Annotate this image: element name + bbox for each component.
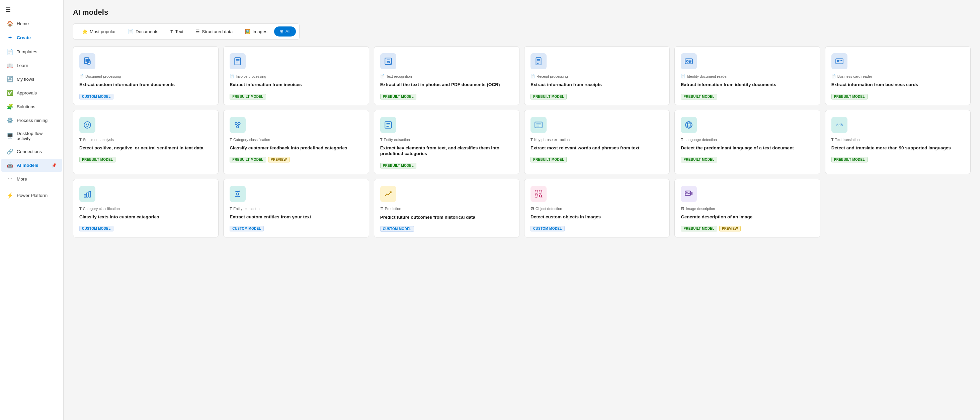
svg-rect-52: [84, 195, 86, 197]
card-category-classification-custom[interactable]: T Category classification Classify texts…: [73, 179, 218, 238]
card-type: T Entity extraction: [230, 207, 363, 211]
sidebar-item-create[interactable]: + Create: [2, 31, 62, 45]
type-icon: T: [380, 138, 383, 142]
svg-point-32: [235, 122, 238, 125]
sidebar-label-create: Create: [17, 35, 31, 40]
tab-documents[interactable]: 📄 Documents: [123, 26, 164, 37]
svg-rect-25: [836, 59, 843, 64]
sidebar-item-approvals[interactable]: ✅ Approvals: [2, 86, 62, 99]
type-icon: 🖼: [681, 207, 684, 211]
type-icon: T: [80, 207, 82, 211]
card-title: Classify customer feedback into predefin…: [230, 145, 363, 151]
card-business-card-reader[interactable]: 📄 Business card reader Extract informati…: [825, 46, 970, 105]
sidebar-item-templates[interactable]: 📄 Templates: [2, 45, 62, 58]
tab-structured-data[interactable]: ☰ Structured data: [190, 26, 238, 37]
card-type: 📄 Document processing: [80, 74, 212, 78]
sidebar-label-solutions: Solutions: [17, 104, 35, 109]
card-title: Extract information from business cards: [831, 82, 964, 88]
desktop-flow-icon: 🖥️: [7, 133, 13, 139]
badge-row: PREBUILT MODEL: [380, 163, 513, 168]
ai-models-icon: 🤖: [7, 162, 13, 168]
type-icon: 🖼: [530, 207, 534, 211]
card-icon: [230, 53, 246, 69]
home-icon: 🏠: [7, 21, 13, 27]
card-title: Detect positive, negative, or neutral se…: [80, 145, 212, 151]
card-type: T Key phrase extraction: [530, 138, 663, 142]
svg-point-21: [686, 60, 688, 62]
card-category-classification[interactable]: T Category classification Classify custo…: [223, 110, 369, 174]
card-sentiment-analysis[interactable]: T Sentiment analysis Detect positive, ne…: [73, 110, 218, 174]
card-text-recognition[interactable]: 📄 Text recognition Extract all the text …: [374, 46, 519, 105]
tab-all[interactable]: ⊞ All: [274, 26, 296, 37]
sidebar-item-more[interactable]: ··· More: [2, 172, 62, 185]
type-icon: 📄: [380, 74, 385, 78]
card-icon: [831, 53, 848, 69]
svg-point-29: [84, 121, 91, 128]
card-icon: [380, 186, 396, 202]
sidebar-item-desktop-flow-activity[interactable]: 🖥️ Desktop flow activity: [2, 128, 62, 144]
type-icon: T: [681, 138, 683, 142]
card-invoice-processing[interactable]: 📄 Invoice processing Extract information…: [223, 46, 369, 105]
hamburger-menu[interactable]: ☰: [0, 3, 63, 17]
tab-images[interactable]: 🖼️ Images: [239, 26, 272, 37]
card-type: 📄 Business card reader: [831, 74, 964, 78]
svg-rect-56: [535, 190, 538, 193]
badge-prebuilt: PREBUILT MODEL: [681, 157, 717, 163]
card-type: ☰ Prediction: [380, 207, 513, 211]
sidebar-item-process-mining[interactable]: ⚙️ Process mining: [2, 114, 62, 127]
card-title: Detect the predominant language of a tex…: [681, 145, 814, 151]
card-object-detection[interactable]: 🖼 Object detection Detect custom objects…: [524, 179, 670, 238]
badge-row: PREBUILT MODEL: [230, 94, 363, 99]
card-title: Extract information from receipts: [530, 82, 663, 88]
svg-rect-58: [535, 195, 538, 197]
card-title: Detect custom objects in images: [530, 214, 663, 220]
sidebar-item-solutions[interactable]: 🧩 Solutions: [2, 100, 62, 113]
sidebar-item-learn[interactable]: 📖 Learn: [2, 59, 62, 72]
card-entity-extraction-custom[interactable]: T Entity extraction Extract custom entit…: [223, 179, 369, 238]
card-type: 📄 Text recognition: [380, 74, 513, 78]
card-prediction[interactable]: ☰ Prediction Predict future outcomes fro…: [374, 179, 519, 238]
badge-row: PREBUILT MODEL: [530, 157, 663, 163]
card-receipt-processing[interactable]: 📄 Receipt processing Extract information…: [524, 46, 670, 105]
card-entity-extraction[interactable]: T Entity extraction Extract key elements…: [374, 110, 519, 174]
sidebar-label-approvals: Approvals: [17, 90, 37, 96]
sidebar-item-ai-models[interactable]: 🤖 AI models 📌: [2, 159, 62, 172]
power-platform-icon: ⚡: [7, 192, 13, 199]
card-icon: [80, 53, 95, 69]
card-type: T Category classification: [230, 138, 363, 142]
tab-most-popular[interactable]: ⭐ Most popular: [76, 26, 121, 37]
page-title: AI models: [73, 8, 970, 17]
card-icon: [530, 53, 547, 69]
card-identity-doc-reader[interactable]: 📄 Identity document reader Extract infor…: [675, 46, 820, 105]
card-icon: [530, 186, 547, 202]
badge-row: PREBUILT MODEL: [681, 157, 814, 163]
sidebar-label-home: Home: [17, 21, 29, 26]
card-image-description[interactable]: 🖼 Image description Generate description…: [675, 179, 820, 238]
tab-text[interactable]: T Text: [165, 27, 189, 37]
sidebar-item-connections[interactable]: 🔗 Connections: [2, 145, 62, 158]
card-language-detection[interactable]: T Language detection Detect the predomin…: [675, 110, 820, 174]
learn-icon: 📖: [7, 62, 13, 69]
sidebar-item-my-flows[interactable]: 🔄 My flows: [2, 73, 62, 86]
images-tab-icon: 🖼️: [245, 29, 250, 34]
type-icon: 📄: [831, 74, 836, 78]
card-doc-processing[interactable]: 📄 Document processing Extract custom inf…: [73, 46, 218, 105]
connections-icon: 🔗: [7, 149, 13, 155]
svg-line-36: [238, 124, 239, 125]
type-icon: T: [230, 138, 232, 142]
card-title: Extract information from identity docume…: [681, 82, 814, 88]
svg-rect-53: [86, 193, 88, 197]
more-icon: ···: [7, 176, 13, 182]
sidebar-item-home[interactable]: 🏠 Home: [2, 17, 62, 30]
sidebar-divider: [3, 187, 60, 187]
cards-grid: 📄 Document processing Extract custom inf…: [73, 46, 970, 238]
svg-point-34: [237, 126, 239, 128]
badge-row: CUSTOM MODEL: [380, 226, 513, 232]
ai-models-pin-icon: 📌: [51, 163, 57, 168]
badge-custom: CUSTOM MODEL: [230, 226, 264, 232]
card-icon: [80, 117, 95, 133]
card-key-phrase-extraction[interactable]: T Key phrase extraction Extract most rel…: [524, 110, 670, 174]
sidebar-item-power-platform[interactable]: ⚡ Power Platform: [2, 189, 62, 202]
badge-row: PREBUILT MODELPREVIEW: [230, 157, 363, 163]
card-text-translation[interactable]: Aあ T Text translation Detect and transla…: [825, 110, 970, 174]
